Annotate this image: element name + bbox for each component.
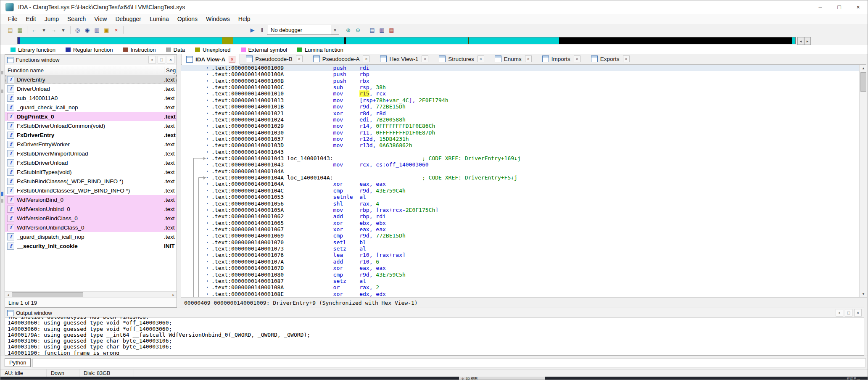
disasm-token[interactable]: sub	[333, 84, 360, 90]
disasm-token[interactable]: add	[333, 259, 360, 265]
disasm-token[interactable]: r10, [rax+rax]	[359, 252, 406, 258]
menu-windows[interactable]: Windows	[202, 15, 234, 23]
scroll-right-button[interactable]: ▸	[170, 292, 177, 298]
disasm-token[interactable]: .text:0000000140001013	[211, 97, 333, 103]
disasm-line[interactable]: .text:000000014000104A	[181, 168, 859, 174]
disasm-token[interactable]: r9d,	[359, 272, 376, 278]
close-panel-button[interactable]: ×	[854, 309, 862, 317]
disasm-token[interactable]: 43E759C4h	[376, 187, 405, 194]
disasm-token[interactable]: r15	[359, 90, 369, 97]
disasm-token[interactable]: rbp, [rax+rcx-	[359, 207, 406, 213]
functions-window-titlebar[interactable]: Functions window ▫ □ ×	[5, 55, 177, 65]
disasm-line[interactable]: .text:0000000140001029 mov r14, 0FFFFFFF…	[181, 123, 859, 129]
disasm-line[interactable]: .text:0000000140001070 setl bl	[181, 239, 859, 245]
disasm-token[interactable]: 2E0F175Ch	[406, 207, 435, 213]
disasm-line[interactable]: .text:0000000140001043	[181, 149, 859, 155]
disasm-token[interactable]: .text:0000000140001076	[211, 252, 333, 258]
function-row[interactable]: fFxStubUnbindClasses(_WDF_BIND_INFO *).t…	[5, 186, 177, 195]
search-again-icon[interactable]: ◉	[82, 25, 92, 34]
disasm-token[interactable]: 2	[376, 284, 379, 290]
function-row[interactable]: f__security_init_cookieINIT	[5, 241, 177, 251]
function-row[interactable]: fDriverUnload.text	[5, 84, 177, 93]
pause-process-icon[interactable]: ‖	[257, 25, 267, 34]
tab-close-button[interactable]: ×	[525, 55, 532, 62]
disasm-line[interactable]: .text:0000000140001021 xor r8d, r8d	[181, 110, 859, 116]
menu-jump[interactable]: Jump	[40, 15, 63, 23]
disasm-token[interactable]: xor	[333, 226, 360, 232]
disasm-token[interactable]: eax, eax	[359, 181, 386, 187]
disasm-token[interactable]: .text:0000000140001053	[211, 194, 333, 200]
output-line[interactable]: 140003060: using guessed type void *off_…	[8, 320, 861, 326]
function-row[interactable]: fFxStubBindClasses(_WDF_BIND_INFO *).tex…	[5, 177, 177, 186]
close-panel-button[interactable]: ×	[167, 56, 174, 63]
tab-close-button[interactable]: ×	[623, 55, 630, 62]
function-row[interactable]: fFxStubDriverUnloadCommon(void).text	[5, 121, 177, 130]
disasm-token[interactable]: push	[333, 78, 360, 84]
disasm-line[interactable]: .text:000000014000100A push rbp	[181, 71, 859, 77]
disasm-token[interactable]: setl	[333, 239, 360, 245]
disasm-token[interactable]: rsp,	[359, 84, 376, 90]
disasm-token[interactable]: .text:0000000140001043	[211, 161, 333, 168]
disasm-token[interactable]: 0A6386862h	[379, 142, 412, 148]
jump-forward-icon[interactable]: →	[49, 25, 58, 34]
tab-exports[interactable]: Exports×	[586, 53, 634, 64]
disasm-token[interactable]: ],	[409, 97, 419, 103]
disasm-token[interactable]: .text:0000000140001062	[211, 213, 333, 219]
disasm-token[interactable]: rdi	[359, 65, 369, 71]
disasm-token[interactable]: 2E0F1794h	[419, 97, 448, 103]
scroll-up-button[interactable]: ▲	[860, 65, 867, 71]
function-row[interactable]: fWdfVersionUnbind_0.text	[5, 204, 177, 214]
tab-pseudocode-a[interactable]: Pseudocode-A×	[309, 53, 375, 64]
disasm-line[interactable]: .text:000000014000105A mov rbp, [rax+rcx…	[181, 207, 859, 213]
tab-close-button[interactable]: ×	[229, 56, 235, 63]
disasm-token[interactable]: mov	[333, 97, 360, 103]
scroll-thumb[interactable]	[12, 292, 83, 297]
disasm-token[interactable]: xor	[333, 220, 360, 226]
disasm-token[interactable]: mov	[333, 90, 360, 97]
tab-close-button[interactable]: ×	[363, 55, 369, 62]
disasm-line[interactable]: .text:0000000140001076 lea r10, [rax+rax…	[181, 252, 859, 258]
disasm-line[interactable]: .text:0000000140001056 shl rax, 4	[181, 201, 859, 207]
disasm-token[interactable]: bl	[359, 239, 366, 245]
disasm-line[interactable]: .text:0000000140001043 loc_140001043: ; …	[181, 155, 859, 161]
output-line[interactable]: 140003106: using guessed type char byte_…	[8, 344, 861, 350]
disasm-token[interactable]: .text:0000000140001043	[211, 155, 287, 161]
disasm-line[interactable]: .text:000000014000100B push rbx	[181, 78, 859, 84]
disasm-token[interactable]: 772BE15Dh	[376, 232, 405, 239]
disasm-token[interactable]: mov	[333, 123, 360, 129]
float-button[interactable]: □	[845, 309, 852, 317]
tab-close-button[interactable]: ×	[478, 55, 484, 62]
disasm-token[interactable]: xor	[333, 291, 360, 297]
disasm-token[interactable]: .text:000000014000103D	[211, 142, 333, 148]
disasm-line[interactable]: .text:000000014000103D mov r13d, 0A63868…	[181, 142, 859, 148]
disasm-token[interactable]: shl	[333, 201, 360, 207]
disasm-token[interactable]: .text:0000000140001010	[211, 90, 333, 97]
disasm-token[interactable]: .text:000000014000104A	[211, 168, 284, 174]
python-label[interactable]: Python	[5, 358, 31, 367]
disassembly-listing[interactable]: .text:0000000140001009 push rdi.text:000…	[181, 65, 859, 297]
disasm-token[interactable]: 0FFFFFFFFD1F0E86Ch	[376, 123, 435, 129]
disasm-line[interactable]: .text:0000000140001087 setz al	[181, 278, 859, 284]
disasm-line[interactable]: .text:0000000140001062 add rbp, rdi	[181, 213, 859, 219]
debugger-selector[interactable]: No debugger▾	[267, 25, 339, 35]
disasm-line[interactable]: .text:000000014000108A or rax, 2	[181, 284, 859, 290]
disasm-token[interactable]: eax, eax	[359, 226, 386, 232]
disasm-token[interactable]: 43E759C5h	[376, 272, 405, 278]
functions-horizontal-scrollbar[interactable]: ◂ ▸	[5, 291, 177, 298]
segments-icon[interactable]: ▥	[377, 25, 387, 34]
disasm-line[interactable]: .text:0000000140001009 push rdi	[181, 65, 859, 71]
dock-button[interactable]: ▫	[148, 56, 156, 63]
disasm-token[interactable]: .text:000000014000105A	[211, 207, 333, 213]
navigation-band[interactable]	[17, 37, 796, 44]
disasm-token[interactable]: xor	[333, 110, 360, 116]
navband-scroll-right-button[interactable]: ▸	[804, 37, 811, 45]
disasm-token[interactable]: .text:000000014000108A	[211, 284, 333, 290]
disasm-line[interactable]: .text:0000000140001013 mov [rsp+78h+var_…	[181, 97, 859, 103]
jump-back-icon[interactable]: ←	[29, 25, 39, 34]
function-row[interactable]: fFxStubInitTypes(void).text	[5, 167, 177, 177]
disasm-token[interactable]: rcx, cs:off_140003060	[359, 161, 428, 168]
output-line[interactable]: 140001190: function frame is wrong	[8, 350, 861, 355]
disasm-token[interactable]: .text:0000000140001037	[211, 136, 333, 142]
disasm-token[interactable]: setz	[333, 245, 360, 252]
disasm-token[interactable]: .text:0000000140001029	[211, 123, 333, 129]
